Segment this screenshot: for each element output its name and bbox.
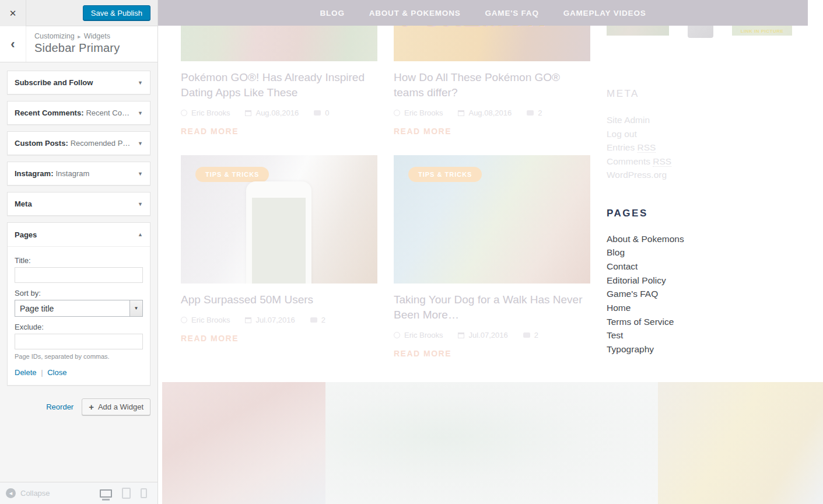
collapse-button[interactable]: ◀ Collapse [6,488,50,498]
calendar-icon [458,110,464,116]
chevron-down-icon: ▼ [133,201,143,207]
widget-meta[interactable]: Meta ▼ [7,192,150,216]
mobile-preview-icon[interactable] [141,488,147,498]
tablet-preview-icon[interactable] [122,488,131,499]
post-date: Aug.08,2016 [255,108,299,117]
sort-by-label: Sort by: [15,289,143,298]
calendar-icon [245,110,251,116]
chevron-down-icon: ▼ [133,171,143,177]
meta-link-comments-rss[interactable]: Comments RSS [607,155,808,169]
nav-item-games-faq[interactable]: GAME'S FAQ [485,9,539,18]
device-preview-switcher [100,488,152,499]
widget-pages-expanded: Pages ▲ Title: Sort by: Page title ▼ Exc… [7,222,150,386]
post-comments-count: 0 [325,108,329,117]
footer-image-phone-map [325,382,658,504]
widget-subtitle: Recomended Posts [71,139,133,148]
save-publish-button[interactable]: Save & Publish [83,5,150,21]
exclude-field-label: Exclude: [15,323,143,331]
page-link-about-pokemons[interactable]: About & Pokemons [607,232,808,246]
meta-links-list: Site Admin Log out Entries RSS Comments … [607,113,808,182]
pages-widget-form: Title: Sort by: Page title ▼ Exclude: Pa… [8,247,150,385]
author-icon [394,110,400,116]
category-badge[interactable]: TIPS & TRICKS [195,167,269,182]
page-link-games-faq[interactable]: Game's FAQ [607,287,808,301]
breadcrumb-separator-icon: ▸ [78,33,80,40]
breadcrumb-section: Customizing [34,32,75,40]
post-title-link[interactable]: Pokémon GO®! Has Already Inspired Dating… [181,70,377,100]
category-badge[interactable]: TIPS & TRICKS [408,167,482,182]
read-more-link[interactable]: READ MORE [394,349,590,358]
post-title-link[interactable]: Taking Your Dog for a Walk Has Never Bee… [394,292,590,323]
author-icon [181,317,187,323]
meta-link-log-out[interactable]: Log out [607,127,808,141]
widget-custom-posts[interactable]: Custom Posts: Recomended Posts ▼ [7,131,150,155]
page-link-typography[interactable]: Typography [607,342,808,356]
post-card: TIPS & TRICKS Taking Your Dog for a Walk… [394,136,590,358]
post-date: Jul.07,2016 [255,316,295,324]
pages-links-list: About & Pokemons Blog Contact Editorial … [607,232,808,356]
back-button[interactable]: ‹ [0,26,26,62]
footer-image-firebird [162,382,325,504]
desktop-preview-icon[interactable] [100,489,112,498]
widget-recent-comments[interactable]: Recent Comments: Recent Com... ▼ [7,101,150,125]
select-arrow-icon[interactable]: ▼ [129,300,142,316]
page-link-blog[interactable]: Blog [607,246,808,260]
widget-instagram[interactable]: Instagram: Instagram ▼ [7,162,150,186]
post-thumbnail[interactable]: TIPS & TRICKS [181,155,377,284]
post-date: Jul.07,2016 [468,331,507,340]
meta-link-entries-rss[interactable]: Entries RSS [607,141,808,155]
link-in-picture-text: LINK IN PICTURE [732,29,792,34]
posts-grid: Pokémon GO®! Has Already Inspired Dating… [181,0,590,358]
post-meta: Eric Brooks Aug.08,2016 0 [181,108,377,117]
reorder-link[interactable]: Reorder [46,402,73,411]
post-title-link[interactable]: How Do All These Pokémon GO® teams diffe… [394,70,590,100]
read-more-link[interactable]: READ MORE [181,127,377,136]
sort-by-select[interactable]: Page title ▼ [15,300,143,317]
page-link-terms-of-service[interactable]: Terms of Service [607,315,808,329]
widget-subtitle: Recent Com... [86,108,133,117]
post-title-link[interactable]: App Surpassed 50M Users [181,292,377,307]
post-thumbnail[interactable]: TIPS & TRICKS [394,155,590,284]
calendar-icon [458,332,464,338]
delete-widget-link[interactable]: Delete [15,368,37,377]
comments-icon [527,110,534,116]
post-author: Eric Brooks [191,108,230,117]
meta-link-site-admin[interactable]: Site Admin [607,113,808,127]
meta-link-wordpress-org[interactable]: WordPress.org [607,168,808,182]
plus-icon: + [89,402,94,412]
sort-by-selected-value: Page title [15,300,129,316]
back-chevron-icon: ‹ [10,37,15,52]
title-input[interactable] [15,267,143,283]
nav-item-gameplay-videos[interactable]: GAMEPLAY VIDEOS [563,9,646,18]
page-link-home[interactable]: Home [607,301,808,315]
chevron-down-icon: ▼ [133,141,143,146]
section-title-row: ‹ Customizing ▸ Widgets Sidebar Primary [0,26,157,62]
nav-item-about-pokemons[interactable]: ABOUT & POKEMONS [369,9,461,18]
widget-subscribe-and-follow[interactable]: Subscribe and Follow ▼ [7,71,150,94]
widget-title: Pages [15,230,37,239]
calendar-icon [245,317,251,323]
comments-icon [314,110,321,116]
post-author: Eric Brooks [404,108,443,117]
widget-list: Subscribe and Follow ▼ Recent Comments: … [0,62,157,415]
widget-pages-header[interactable]: Pages ▲ [8,223,150,247]
add-widget-button[interactable]: + Add a Widget [82,398,150,415]
add-widget-label: Add a Widget [98,402,143,411]
widget-title: Subscribe and Follow [15,78,93,87]
post-meta: Eric Brooks Jul.07,2016 2 [181,316,377,324]
post-meta: Eric Brooks Aug.08,2016 2 [394,108,590,117]
widget-actions: Reorder + Add a Widget [7,394,150,415]
page-link-test[interactable]: Test [607,328,808,342]
link-delimiter: | [41,368,43,377]
author-icon [394,332,400,338]
post-author: Eric Brooks [191,316,230,324]
read-more-link[interactable]: READ MORE [394,127,590,136]
chevron-down-icon: ▼ [133,110,143,116]
exclude-input[interactable] [15,334,143,349]
page-link-editorial-policy[interactable]: Editorial Policy [607,274,808,288]
close-widget-link[interactable]: Close [47,368,66,377]
close-customizer-button[interactable]: ✕ [0,0,26,26]
nav-item-blog[interactable]: BLOG [320,9,344,18]
page-link-contact[interactable]: Contact [607,260,808,274]
read-more-link[interactable]: READ MORE [181,334,377,343]
